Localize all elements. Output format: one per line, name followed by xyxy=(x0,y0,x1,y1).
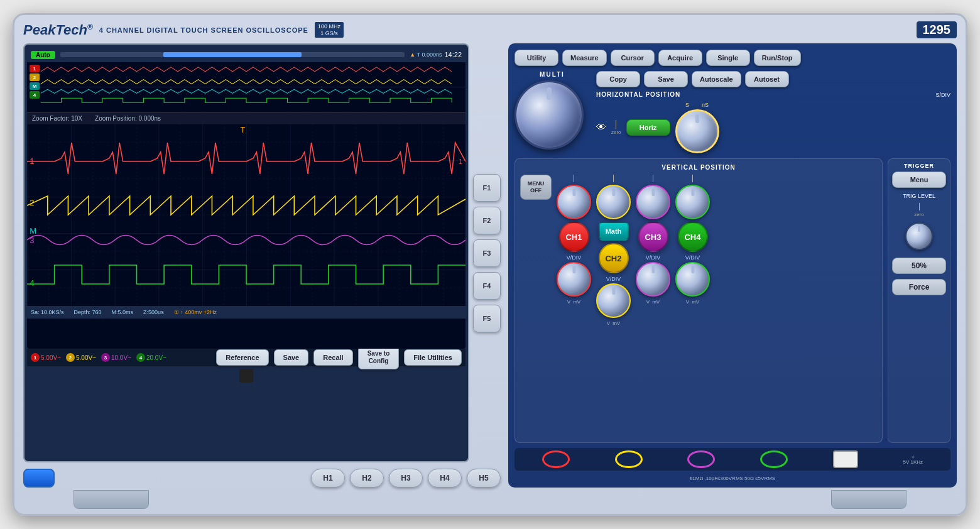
ch1-pos-knob[interactable] xyxy=(557,185,591,219)
ch1-vdiv-knob[interactable] xyxy=(557,262,591,297)
ch4-scale: 20.0V~ xyxy=(146,354,166,361)
sa-label: Sa: 10.0KS/s xyxy=(31,309,64,315)
trig-zero-line xyxy=(919,203,920,210)
ns-label: nS xyxy=(702,102,709,108)
recall-button[interactable]: Recall xyxy=(313,349,352,366)
screen-container: Auto ▲ T 0.000ns 14:22 xyxy=(23,43,469,462)
ch2-vdiv-knob[interactable] xyxy=(596,283,631,318)
sdiv-knob[interactable] xyxy=(675,109,719,153)
f1-button[interactable]: F1 xyxy=(473,174,501,202)
ch3-probe-connector[interactable] xyxy=(687,450,715,468)
h3-button[interactable]: H3 xyxy=(389,469,423,488)
ground-symbol: ⏚ xyxy=(912,454,915,459)
time-position-bar xyxy=(60,52,405,57)
autoset-button[interactable]: Autoset xyxy=(745,71,789,87)
sdiv-container: S/DIV xyxy=(935,92,950,98)
left-stand xyxy=(74,490,149,509)
zoom-factor: Zoom Factor: 10X xyxy=(32,115,82,122)
save-button[interactable]: Save xyxy=(274,349,309,366)
header: PeakTech® 4 CHANNEL DIGITAL TOUCH SCREEN… xyxy=(23,21,957,38)
ch3-vdiv-knob[interactable] xyxy=(636,262,670,297)
math-button[interactable]: Math xyxy=(599,222,629,241)
waveform-main: T 1 1 2 M xyxy=(27,124,466,306)
trig-level-knob[interactable] xyxy=(905,222,933,250)
ch3-scale-labels: V mV xyxy=(646,299,660,305)
save-panel-button[interactable]: Save xyxy=(644,71,688,87)
ch1-scale: 5.00V~ xyxy=(41,354,61,361)
model-number: 1295 xyxy=(917,21,957,38)
run-stop-button[interactable]: Run/Stop xyxy=(754,50,801,66)
power-button[interactable] xyxy=(23,469,55,488)
ch2-zero-line xyxy=(613,175,614,182)
cursor-button[interactable]: Cursor xyxy=(611,50,655,66)
multi-label: MULTI xyxy=(514,71,590,78)
ch3-pos-knob[interactable] xyxy=(636,185,670,219)
bottom-status: Sa: 10.0KS/s Depth: 760 M:5.0ms Z:500us … xyxy=(27,306,466,319)
f3-button[interactable]: F3 xyxy=(473,239,501,267)
multi-row: MULTI Copy Save Autoscale Autoset HORIZO… xyxy=(514,71,950,153)
copy-button[interactable]: Copy xyxy=(596,71,640,87)
acquire-button[interactable]: Acquire xyxy=(658,50,702,66)
sdiv-label: S/DIV xyxy=(935,92,950,98)
top-buttons-row: Utility Measure Cursor Acquire Single Ru… xyxy=(514,50,950,66)
ch3-button[interactable]: CH3 xyxy=(638,222,668,252)
vertical-section: VERTICAL POSITION MENUOFF CH1 V/DIV xyxy=(514,158,883,443)
trig-level-label: TRIG LEVEL xyxy=(892,193,946,199)
svg-text:3: 3 xyxy=(30,236,34,244)
f2-button[interactable]: F2 xyxy=(473,207,501,234)
save-config-button[interactable]: Save to Config xyxy=(358,346,400,369)
vert-position-label: VERTICAL POSITION xyxy=(520,164,877,171)
ch1-probe-connector[interactable] xyxy=(542,450,570,468)
h4-button[interactable]: H4 xyxy=(428,469,462,488)
multi-knob[interactable] xyxy=(514,80,584,150)
zero-indicator: zero xyxy=(611,120,621,135)
trig-level-indicator: zero xyxy=(892,203,946,217)
force-button[interactable]: Force xyxy=(892,279,946,295)
horiz-controls: 👁 zero Horiz S nS xyxy=(596,102,950,153)
ch3-zero-line xyxy=(653,175,653,182)
f5-button[interactable]: F5 xyxy=(473,305,501,332)
h2-button[interactable]: H2 xyxy=(350,469,384,488)
ch4-status: 4 20.0V~ xyxy=(136,353,166,362)
ch1-zero-line xyxy=(574,175,574,182)
ch4-vdiv-knob[interactable] xyxy=(675,262,710,297)
svg-text:T: T xyxy=(241,126,246,134)
utility-button[interactable]: Utility xyxy=(514,50,558,66)
ch4-button[interactable]: CH4 xyxy=(678,222,708,252)
reference-button[interactable]: Reference xyxy=(216,349,268,366)
zero-line xyxy=(616,120,616,129)
right-stand xyxy=(831,490,906,509)
trigger-menu-button[interactable]: Menu xyxy=(892,172,946,188)
oscilloscope-screen[interactable]: Auto ▲ T 0.000ns 14:22 xyxy=(27,47,466,349)
ch1-indicator: 1 xyxy=(30,65,40,72)
usb-port xyxy=(833,450,858,468)
ch2-pos-knob[interactable] xyxy=(596,185,631,219)
fifty-pct-button[interactable]: 50% xyxy=(892,258,946,274)
auto-badge: Auto xyxy=(31,51,55,59)
file-utilities-button[interactable]: File Utilities xyxy=(404,349,462,366)
ch4-dot: 4 xyxy=(136,353,145,362)
horiz-position-label: HORIZONTAL POSITION xyxy=(596,91,930,98)
right-panel: Utility Measure Cursor Acquire Single Ru… xyxy=(508,43,957,488)
ch2-probe-connector[interactable] xyxy=(615,450,643,468)
ch4-pos-knob[interactable] xyxy=(675,185,710,219)
f4-button[interactable]: F4 xyxy=(473,272,501,300)
overview-svg xyxy=(27,62,466,112)
output-label: 5V 1KHz xyxy=(903,459,923,465)
device-description: 4 CHANNEL DIGITAL TOUCH SCREEN OSCILLOSC… xyxy=(99,26,308,34)
single-button[interactable]: Single xyxy=(706,50,750,66)
ch3-scale: 10.0V~ xyxy=(111,354,131,361)
h1-button[interactable]: H1 xyxy=(311,469,345,488)
ch2-button[interactable]: CH2 xyxy=(599,243,629,273)
clock-display: 14:22 xyxy=(444,51,462,58)
horiz-button[interactable]: Horiz xyxy=(626,119,670,136)
ch1-vdiv-label: V/DIV xyxy=(567,254,582,261)
s-label: S xyxy=(685,102,689,108)
ch1-button[interactable]: CH1 xyxy=(559,222,589,252)
menu-off-button[interactable]: MENUOFF xyxy=(520,175,552,200)
copy-save-horiz: Copy Save Autoscale Autoset HORIZONTAL P… xyxy=(596,71,950,153)
measure-button[interactable]: Measure xyxy=(562,50,607,66)
h5-button[interactable]: H5 xyxy=(467,469,501,488)
autoscale-button[interactable]: Autoscale xyxy=(692,71,741,87)
ch4-probe-connector[interactable] xyxy=(760,450,788,468)
